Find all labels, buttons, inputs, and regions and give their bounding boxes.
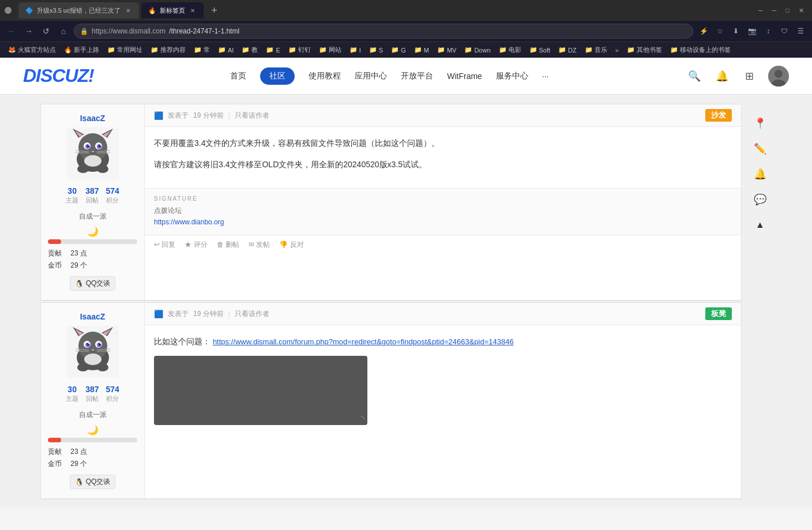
post-1-only-author[interactable]: 只看该作者 <box>235 111 269 121</box>
bookmark-folder-icon: 📁 <box>670 46 678 54</box>
new-tab-button[interactable]: + <box>206 2 222 18</box>
browser-tab-icon[interactable] <box>5 7 12 14</box>
bookmark-folder-icon: 📁 <box>288 46 296 54</box>
stat-topics-2: 30 主题 <box>66 385 78 403</box>
url-bar[interactable]: 🔒 https://www.dismall.com /thread-24747-… <box>74 24 693 39</box>
nav-tutorial[interactable]: 使用教程 <box>309 71 341 81</box>
post-2-badge: 板凳 <box>705 307 732 320</box>
bell-button[interactable]: 🔔 <box>713 67 731 85</box>
bookmark-icon[interactable]: ☆ <box>713 24 727 38</box>
browser-tab-2[interactable]: 🔥 新标签页 ✕ <box>141 2 204 18</box>
nav-appcenter[interactable]: 应用中心 <box>355 71 387 81</box>
delete-btn-1[interactable]: 🗑 删帖 <box>217 240 239 250</box>
qq-contact-btn-2[interactable]: 🐧 QQ交谈 <box>70 475 116 489</box>
sidebar-location-icon[interactable]: 📍 <box>750 113 770 134</box>
bookmark-soft[interactable]: 📁 Soft <box>526 44 554 57</box>
progress-bar-1 <box>48 239 137 244</box>
bookmark-huohujfz[interactable]: 🦊 火狐官方站点 <box>5 44 59 57</box>
author-name-1[interactable]: IsaacZ <box>48 114 137 123</box>
bookmark-folder-icon: 📁 <box>437 46 445 54</box>
vpn-icon[interactable]: 🛡 <box>777 24 791 38</box>
qq-contact-btn-1[interactable]: 🐧 QQ交谈 <box>70 276 116 291</box>
bookmark-s[interactable]: 📁 S <box>366 44 386 57</box>
nav-service[interactable]: 服务中心 <box>496 71 528 81</box>
screenshot-icon[interactable]: 📷 <box>745 24 759 38</box>
post-2-author-icon: 🟦 <box>154 310 163 318</box>
bookmark-folder-icon: 📁 <box>499 46 507 54</box>
qq-icon: 🐧 <box>75 280 84 288</box>
bookmark-mv[interactable]: 📁 MV <box>434 44 460 57</box>
nav-openplatform[interactable]: 开放平台 <box>401 71 433 81</box>
nav-home[interactable]: 首页 <box>230 71 246 81</box>
nav-community[interactable]: 社区 <box>260 67 295 85</box>
post-1-time: 19 分钟前 <box>193 111 224 121</box>
extensions-icon[interactable]: ⚡ <box>697 24 710 38</box>
bookmark-xinshoushanglu[interactable]: 🔥 新手上路 <box>61 44 103 57</box>
search-button[interactable]: 🔍 <box>685 67 704 85</box>
oppose-btn-1[interactable]: 👎 反对 <box>279 240 303 250</box>
sync-icon[interactable]: ↕ <box>761 24 775 38</box>
sig-link-1[interactable]: https://www.dianbo.org <box>154 217 732 228</box>
forward-button[interactable]: → <box>22 24 36 38</box>
window-maximize-box[interactable]: □ <box>782 6 793 16</box>
bookmark-dz[interactable]: 📁 DZ <box>555 44 580 57</box>
browser-tab-1[interactable]: 🔷 升级x3.5 uc报错，已经三次了 ✕ <box>18 2 139 18</box>
user-avatar[interactable] <box>768 66 789 87</box>
bookmark-down[interactable]: 📁 Down <box>461 44 494 57</box>
author-contribution-2: 贡献 23 点 <box>48 447 137 457</box>
send-btn-1[interactable]: ✉ 发帖 <box>249 240 270 250</box>
window-close[interactable]: ✕ <box>795 6 807 16</box>
bookmark-m[interactable]: 📁 M <box>411 44 433 57</box>
post-2: IsaacZ <box>40 302 742 499</box>
author-name-2[interactable]: IsaacZ <box>48 312 137 321</box>
sidebar-bell-icon[interactable]: 🔔 <box>750 164 770 185</box>
window-maximize[interactable]: ─ <box>769 6 780 16</box>
security-icon: 🔒 <box>80 28 88 35</box>
nav-witframe[interactable]: WitFrame <box>447 72 482 81</box>
tab1-close[interactable]: ✕ <box>124 6 132 14</box>
sidebar-wechat-icon[interactable]: 💬 <box>750 189 770 210</box>
reply-btn-1[interactable]: ↩ 回复 <box>154 240 175 250</box>
sidebar-scroll-top-icon[interactable]: ▲ <box>750 215 770 235</box>
tab-bar: 🔷 升级x3.5 uc报错，已经三次了 ✕ 🔥 新标签页 ✕ + ─ ─ □ ✕ <box>0 0 812 21</box>
menu-button[interactable]: ☰ <box>794 24 807 38</box>
bookmark-tuijian[interactable]: 📁 推荐内容 <box>147 44 189 57</box>
bookmark-ai[interactable]: 📁 AI <box>215 44 237 57</box>
bookmark-other[interactable]: 📁 其他书签 <box>623 44 666 57</box>
bookmark-i[interactable]: 📁 I <box>346 44 364 57</box>
window-minimize[interactable]: ─ <box>755 6 766 16</box>
home-button[interactable]: ⌂ <box>57 24 70 38</box>
bookmark-g[interactable]: 📁 G <box>388 44 409 57</box>
stat-topics-value-1: 30 <box>66 186 78 196</box>
post-2-link[interactable]: https://www.dismall.com/forum.php?mod=re… <box>213 337 514 346</box>
bookmark-e[interactable]: 📁 E <box>262 44 283 57</box>
bookmark-mobile[interactable]: 📁 移动设备上的书签 <box>667 44 734 57</box>
sidebar-edit-icon[interactable]: ✏️ <box>750 138 770 159</box>
bookmark-changyongwangzhi[interactable]: 📁 常用网址 <box>104 44 146 57</box>
back-button[interactable]: ← <box>5 24 18 38</box>
bookmark-diany[interactable]: 📁 电影 <box>495 44 525 57</box>
author-badge-2: 🌙 <box>48 424 137 435</box>
nav-more[interactable]: ··· <box>542 72 549 81</box>
more-bookmarks[interactable]: » <box>612 46 622 55</box>
svg-point-23 <box>84 155 102 167</box>
download-icon[interactable]: ⬇ <box>729 24 743 38</box>
bookmark-dingding[interactable]: 📁 钉钉 <box>285 44 314 57</box>
post-1-divider: | <box>228 111 230 120</box>
rate-btn-1[interactable]: ★ 评分 <box>185 240 207 250</box>
bookmark-folder-icon: 📁 <box>218 46 226 54</box>
svg-point-16 <box>88 145 89 146</box>
site-logo[interactable]: DISCUZ! <box>23 65 94 87</box>
post-row-2: IsaacZ <box>41 303 741 499</box>
tab2-close[interactable]: ✕ <box>189 6 197 14</box>
grid-button[interactable]: ⊞ <box>740 67 759 85</box>
bookmark-yinyue[interactable]: 📁 音乐 <box>581 44 611 57</box>
post-2-only-author[interactable]: 只看该作者 <box>235 309 269 319</box>
tab2-title: 新标签页 <box>160 6 185 15</box>
bookmark-chang[interactable]: 📁 常 <box>190 44 213 57</box>
refresh-button[interactable]: ↺ <box>39 24 53 38</box>
svg-point-40 <box>100 343 101 344</box>
svg-point-24 <box>77 165 89 173</box>
bookmark-jiao[interactable]: 📁 教 <box>238 44 261 57</box>
bookmark-wangzhan[interactable]: 📁 网站 <box>315 44 345 57</box>
